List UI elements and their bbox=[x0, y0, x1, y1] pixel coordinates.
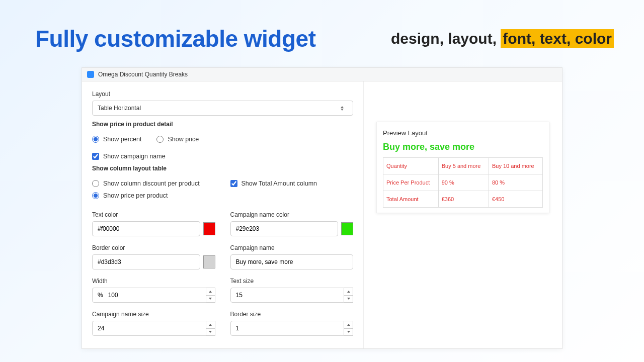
table-row: Price Per Product 90 % 80 % bbox=[383, 174, 543, 191]
show-price-detail-label: Show price in product detail bbox=[92, 121, 353, 128]
layout-label: Layout bbox=[92, 90, 353, 98]
table-cell: 80 % bbox=[489, 174, 542, 191]
show-total-amount-checkbox[interactable]: Show Total Amount column bbox=[230, 180, 354, 187]
settings-panel: Omega Discount Quantity Breaks Layout Ta… bbox=[82, 67, 562, 349]
show-total-amount-label: Show Total Amount column bbox=[242, 180, 317, 187]
text-color-swatch[interactable] bbox=[203, 222, 215, 235]
panel-header: Omega Discount Quantity Breaks bbox=[82, 68, 562, 81]
app-icon bbox=[87, 71, 94, 78]
show-campaign-name-label: Show campaign name bbox=[103, 153, 166, 160]
chevron-updown-icon bbox=[341, 105, 348, 112]
preview-card: Preview Layout Buy more, save more Quant… bbox=[376, 122, 549, 213]
preview-campaign-name: Buy more, save more bbox=[383, 142, 543, 152]
show-col-discount-radio[interactable]: Show column discount per product bbox=[92, 180, 215, 187]
campaign-color-label: Campaign name color bbox=[230, 211, 354, 218]
preview-pane: Preview Layout Buy more, save more Quant… bbox=[364, 81, 562, 348]
text-color-label: Text color bbox=[92, 211, 215, 218]
table-cell: Quantity bbox=[383, 158, 439, 174]
subtitle-plain: design, layout, bbox=[391, 30, 501, 47]
width-input[interactable] bbox=[92, 288, 206, 303]
width-label: Width bbox=[92, 278, 215, 285]
border-color-label: Border color bbox=[92, 244, 215, 251]
text-size-label: Text size bbox=[230, 278, 354, 285]
preview-title: Preview Layout bbox=[383, 129, 543, 137]
page-subtitle: design, layout, font, text, color bbox=[391, 30, 614, 47]
table-row: Total Amount €360 €450 bbox=[383, 191, 543, 208]
table-cell: €450 bbox=[489, 191, 542, 208]
preview-table: Quantity Buy 5 and more Buy 10 and more … bbox=[383, 157, 543, 208]
show-price-radio[interactable]: Show price bbox=[156, 136, 199, 143]
show-campaign-name-checkbox[interactable]: Show campaign name bbox=[92, 153, 353, 160]
table-cell: Price Per Product bbox=[383, 174, 439, 191]
show-percent-radio[interactable]: Show percent bbox=[92, 136, 141, 143]
border-size-spinner[interactable] bbox=[344, 321, 353, 336]
show-percent-label: Show percent bbox=[103, 136, 141, 143]
border-color-swatch[interactable] bbox=[203, 255, 215, 268]
page-title: Fully customizable widget bbox=[35, 25, 315, 52]
show-col-discount-label: Show column discount per product bbox=[103, 180, 200, 187]
campaign-color-swatch[interactable] bbox=[341, 222, 353, 235]
text-color-input[interactable] bbox=[92, 221, 200, 236]
table-row: Quantity Buy 5 and more Buy 10 and more bbox=[383, 158, 543, 174]
table-cell: Buy 10 and more bbox=[489, 158, 542, 174]
layout-select-value: Table Horizontal bbox=[98, 105, 141, 112]
show-column-layout-label: Show column layout table bbox=[92, 165, 353, 172]
text-size-input[interactable] bbox=[230, 288, 345, 303]
text-size-spinner[interactable] bbox=[344, 288, 353, 303]
table-cell: €360 bbox=[438, 191, 489, 208]
campaign-name-input[interactable] bbox=[230, 254, 354, 269]
table-cell: 90 % bbox=[438, 174, 489, 191]
show-price-per-product-label: Show price per product bbox=[103, 192, 168, 199]
show-price-label: Show price bbox=[168, 136, 199, 143]
campaign-name-label: Campaign name bbox=[230, 244, 354, 251]
app-name: Omega Discount Quantity Breaks bbox=[98, 71, 188, 78]
campaign-size-label: Campaign name size bbox=[92, 311, 215, 318]
subtitle-highlight: font, text, color bbox=[501, 29, 614, 48]
border-size-input[interactable] bbox=[230, 321, 345, 336]
width-spinner[interactable] bbox=[206, 288, 215, 303]
table-cell: Total Amount bbox=[383, 191, 439, 208]
campaign-color-input[interactable] bbox=[230, 221, 339, 236]
layout-select[interactable]: Table Horizontal bbox=[92, 101, 353, 116]
campaign-size-spinner[interactable] bbox=[206, 321, 215, 336]
border-color-input[interactable] bbox=[92, 254, 200, 269]
table-cell: Buy 5 and more bbox=[438, 158, 489, 174]
settings-form: Layout Table Horizontal Show price in pr… bbox=[82, 81, 364, 348]
campaign-size-input[interactable] bbox=[92, 321, 206, 336]
border-size-label: Border size bbox=[230, 311, 354, 318]
show-price-per-product-radio[interactable]: Show price per product bbox=[92, 192, 215, 199]
